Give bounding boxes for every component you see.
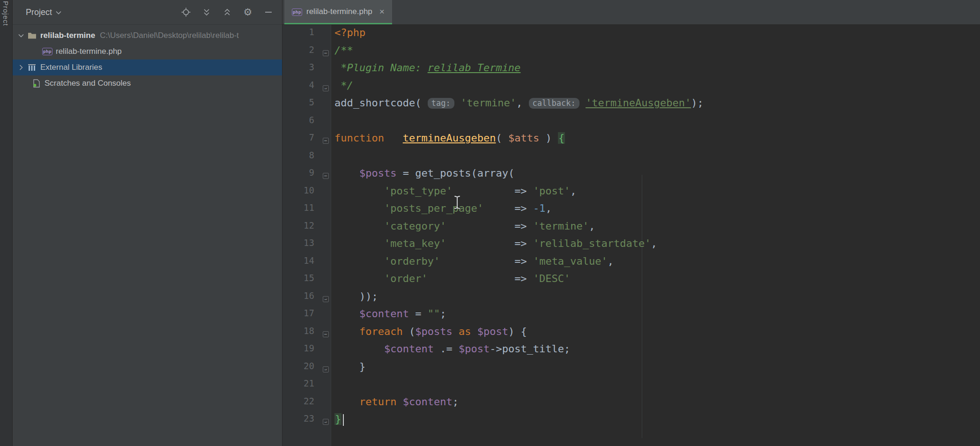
fold-column xyxy=(320,62,331,80)
chevron-down-icon[interactable] xyxy=(56,8,61,16)
code-line[interactable]: 23⌐} xyxy=(282,413,980,431)
code-token: ( xyxy=(403,326,416,337)
code-region[interactable]: 1<?php2−/**3 *Plugin Name: relilab Termi… xyxy=(282,25,980,446)
line-number[interactable]: 6 xyxy=(282,115,320,133)
line-number[interactable]: 16 xyxy=(282,290,320,308)
line-number[interactable]: 18 xyxy=(282,326,320,343)
code-line[interactable]: 4⌐ */ xyxy=(282,80,980,97)
php-file-icon: php xyxy=(292,7,302,16)
fold-marker-icon[interactable]: − xyxy=(320,45,331,62)
tree-item-external-libraries[interactable]: External Libraries xyxy=(13,59,282,75)
code-line[interactable]: 22 return $content; xyxy=(282,396,980,414)
code-line[interactable]: 21 xyxy=(282,378,980,396)
code-token xyxy=(579,97,586,109)
fold-marker-icon[interactable]: ⌐ xyxy=(320,80,331,97)
code-token: <?php xyxy=(334,27,365,38)
locate-file-icon[interactable] xyxy=(179,5,193,19)
tab-relilab-termine-php[interactable]: php relilab-termine.php × xyxy=(284,0,392,24)
code-token: => xyxy=(514,273,533,284)
line-number[interactable]: 22 xyxy=(282,396,320,414)
line-number[interactable]: 14 xyxy=(282,255,320,273)
code-text: 'posts_per_page' => -1, xyxy=(331,202,552,220)
line-number[interactable]: 2 xyxy=(282,45,320,62)
code-line[interactable]: 16⌐ )); xyxy=(282,290,980,308)
line-number[interactable]: 7 xyxy=(282,132,320,150)
code-area[interactable]: 1<?php2−/**3 *Plugin Name: relilab Termi… xyxy=(282,25,980,431)
fold-marker-icon[interactable]: − xyxy=(320,132,331,150)
line-number[interactable]: 1 xyxy=(282,27,320,45)
code-line[interactable]: 12 'category' => 'termine', xyxy=(282,220,980,238)
code-line[interactable]: 1<?php xyxy=(282,27,980,45)
code-line[interactable]: 8 xyxy=(282,150,980,168)
code-token: termineAusgeben xyxy=(403,132,496,144)
chevron-right-icon[interactable] xyxy=(17,65,25,70)
code-text: 'category' => 'termine', xyxy=(331,220,595,238)
code-token: = xyxy=(409,308,428,320)
expand-all-icon[interactable] xyxy=(200,5,214,19)
code-text: $content = ""; xyxy=(331,308,446,326)
fold-column xyxy=(320,343,331,361)
line-number[interactable]: 8 xyxy=(282,150,320,168)
code-token: ; xyxy=(440,308,446,320)
code-line[interactable]: 6 xyxy=(282,115,980,133)
tree-item-scratches-consoles[interactable]: Scratches and Consoles xyxy=(13,75,282,91)
line-number[interactable]: 21 xyxy=(282,378,320,396)
code-token: => xyxy=(514,255,533,267)
folder-icon xyxy=(27,31,37,40)
code-line[interactable]: 15 'order' => 'DESC' xyxy=(282,273,980,290)
code-line[interactable]: 18− foreach ($posts as $post) { xyxy=(282,326,980,343)
fold-marker-icon[interactable]: ⌐ xyxy=(320,361,331,379)
code-text: 'meta_key' => 'relilab_startdate', xyxy=(331,238,657,255)
line-number[interactable]: 12 xyxy=(282,220,320,238)
code-token: get_posts(array( xyxy=(415,167,514,179)
editor-tab-bar: php relilab-termine.php × xyxy=(282,0,980,25)
code-token: 'category' xyxy=(384,220,446,232)
tree-item-label: Scratches and Consoles xyxy=(45,79,131,88)
chevron-down-icon[interactable] xyxy=(17,34,25,37)
code-token: )); xyxy=(334,290,378,302)
code-token xyxy=(334,238,384,249)
line-number[interactable]: 10 xyxy=(282,185,320,203)
code-line[interactable]: 14 'orderby' => 'meta_value', xyxy=(282,255,980,273)
code-token xyxy=(453,185,514,197)
line-number[interactable]: 20 xyxy=(282,361,320,379)
code-token xyxy=(384,132,403,144)
tree-item-relilab-termine-folder[interactable]: relilab-termine C:\Users\Daniel\Desktop\… xyxy=(13,28,282,44)
code-line[interactable]: 11 'posts_per_page' => -1, xyxy=(282,202,980,220)
code-line[interactable]: 19 $content .= $post->post_title; xyxy=(282,343,980,361)
line-number[interactable]: 5 xyxy=(282,97,320,115)
code-line[interactable]: 10 'post_type' => 'post', xyxy=(282,185,980,203)
tab-close-icon[interactable]: × xyxy=(379,7,385,17)
tree-item-label: relilab-termine.php xyxy=(56,47,122,56)
fold-marker-icon[interactable]: − xyxy=(320,326,331,343)
code-line[interactable]: 13 'meta_key' => 'relilab_startdate', xyxy=(282,238,980,255)
code-token xyxy=(334,308,359,320)
line-number[interactable]: 19 xyxy=(282,343,320,361)
line-number[interactable]: 23 xyxy=(282,413,320,431)
hide-panel-icon[interactable] xyxy=(261,5,275,19)
line-number[interactable]: 17 xyxy=(282,308,320,326)
collapse-all-icon[interactable] xyxy=(220,5,234,19)
tree-item-relilab-termine-php[interactable]: php relilab-termine.php xyxy=(13,44,282,59)
fold-marker-icon[interactable]: − xyxy=(320,167,331,185)
line-number[interactable]: 4 xyxy=(282,80,320,97)
code-line[interactable]: 17 $content = ""; xyxy=(282,308,980,326)
code-line[interactable]: 7−function termineAusgeben( $atts ) { xyxy=(282,132,980,150)
code-text xyxy=(331,378,334,396)
line-number[interactable]: 15 xyxy=(282,273,320,290)
line-number[interactable]: 13 xyxy=(282,238,320,255)
line-number[interactable]: 9 xyxy=(282,167,320,185)
project-panel-title[interactable]: Project xyxy=(26,7,52,17)
code-line[interactable]: 3 *Plugin Name: relilab Termine xyxy=(282,62,980,80)
line-number[interactable]: 11 xyxy=(282,202,320,220)
code-line[interactable]: 2−/** xyxy=(282,45,980,62)
project-stripe-button[interactable]: Project xyxy=(2,1,10,26)
settings-gear-icon[interactable]: ⚙ xyxy=(241,5,255,19)
code-line[interactable]: 5add_shortcode( tag: 'termine', callback… xyxy=(282,97,980,115)
fold-marker-icon[interactable]: ⌐ xyxy=(320,413,331,431)
code-line[interactable]: 9− $posts = get_posts(array( xyxy=(282,167,980,185)
code-line[interactable]: 20⌐ } xyxy=(282,361,980,379)
line-number[interactable]: 3 xyxy=(282,62,320,80)
code-token: ( xyxy=(496,132,508,144)
fold-marker-icon[interactable]: ⌐ xyxy=(320,290,331,308)
